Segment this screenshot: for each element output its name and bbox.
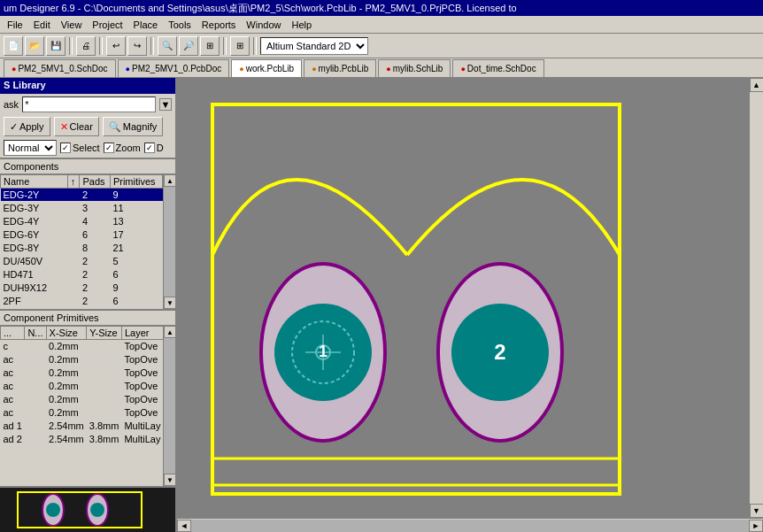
- comp-pads-cell: 2: [80, 255, 110, 268]
- menu-help[interactable]: Help: [286, 18, 317, 32]
- zoom-checkbox[interactable]: ✓: [104, 143, 114, 153]
- canvas-right-scrollbar[interactable]: ▲ ▼: [749, 78, 763, 518]
- prim-ysize-cell: [87, 366, 122, 380]
- comp-sort-cell: [67, 242, 80, 255]
- prim-col1[interactable]: ...: [1, 327, 25, 340]
- select-checkbox[interactable]: ✓: [60, 143, 71, 153]
- comp-row-3[interactable]: EDG-6Y 6 17: [1, 228, 163, 242]
- tab-schLib-mylib[interactable]: ● mylib.SchLib: [378, 59, 451, 77]
- comp-row-1[interactable]: EDG-3Y 3 11: [1, 202, 163, 215]
- comp-sort-cell: [67, 202, 80, 215]
- title-text: um Designer 6.9 - C:\Documents and Setti…: [4, 3, 517, 13]
- toolbar-view-dropdown[interactable]: Altium Standard 2D: [260, 37, 368, 55]
- prim-row-4[interactable]: ac 0.2mm TopOve: [1, 393, 164, 406]
- tab-schDoc1[interactable]: ● PM2_5MV1_0.SchDoc: [4, 59, 116, 77]
- toolbar-fit[interactable]: ⊞: [200, 36, 220, 56]
- comp-row-8[interactable]: 2PF 2 6: [1, 295, 163, 308]
- scroll-up-btn[interactable]: ▲: [164, 174, 175, 187]
- prim-row-7[interactable]: ad 2 2.54mm 3.8mm MultiLay: [1, 433, 164, 446]
- comp-row-5[interactable]: DU/450V 2 5: [1, 255, 163, 268]
- tab-pcbDoc1[interactable]: ● PM2_5MV1_0.PcbDoc: [118, 59, 230, 77]
- prim-row-5[interactable]: ac 0.2mm TopOve: [1, 406, 164, 420]
- prim-type-cell: c: [1, 340, 25, 353]
- prim-row-2[interactable]: ac 0.2mm TopOve: [1, 366, 164, 380]
- apply-icon: ✓: [10, 121, 18, 133]
- clear-button[interactable]: ✕ Clear: [54, 117, 99, 136]
- comp-table-container: Name ↑ Pads Primitives EDG-2Y 2 9 EDG-3Y…: [0, 174, 175, 309]
- prim-col2[interactable]: N...: [25, 327, 46, 340]
- menu-reports[interactable]: Reports: [197, 18, 242, 32]
- canvas-bottom-scrollbar[interactable]: ◄ ►: [177, 518, 763, 532]
- col-pads[interactable]: Pads: [80, 175, 110, 189]
- scroll-down-btn[interactable]: ▼: [164, 297, 175, 309]
- prim-scroll-down[interactable]: ▼: [164, 474, 175, 486]
- zoom-checkbox-label[interactable]: ✓ Zoom: [104, 143, 141, 153]
- prim-layer-cell: TopOve: [121, 353, 163, 366]
- prim-name-cell: [25, 420, 46, 433]
- canvas-area[interactable]: 1 2 ▲ ▼ ◄ ►: [177, 78, 763, 532]
- comp-row-0[interactable]: EDG-2Y 2 9: [1, 189, 163, 202]
- comp-name-cell: 2PF: [1, 295, 68, 308]
- comp-row-2[interactable]: EDG-4Y 4 13: [1, 215, 163, 228]
- prim-row-0[interactable]: c 0.2mm TopOve: [1, 340, 164, 353]
- tab-pcbLib-mylib[interactable]: ● mylib.PcbLib: [304, 59, 376, 77]
- toolbar-redo[interactable]: ↪: [127, 36, 147, 56]
- canvas-scroll-up[interactable]: ▲: [750, 78, 764, 92]
- prim-type-cell: ac: [1, 406, 25, 420]
- comp-pads-cell: 8: [80, 242, 110, 255]
- tab-schDoc-dot[interactable]: ● Dot_time.SchDoc: [452, 59, 543, 77]
- tab-pcbLib-work[interactable]: ● work.PcbLib: [231, 59, 302, 77]
- comp-row-4[interactable]: EDG-8Y 8 21: [1, 242, 163, 255]
- col-primitives[interactable]: Primitives: [110, 175, 162, 189]
- menu-tools[interactable]: Tools: [163, 18, 197, 32]
- mask-input[interactable]: [22, 96, 156, 112]
- canvas-scroll-left[interactable]: ◄: [177, 520, 191, 532]
- prim-scroll-up[interactable]: ▲: [164, 326, 175, 338]
- prim-col3[interactable]: X-Size: [46, 327, 87, 340]
- toolbar-sep5: [253, 37, 257, 55]
- canvas-scroll-right[interactable]: ►: [749, 520, 763, 532]
- apply-button[interactable]: ✓ Apply: [4, 117, 50, 136]
- col-sort[interactable]: ↑: [67, 175, 80, 189]
- toolbar-undo[interactable]: ↩: [106, 36, 126, 56]
- comp-pads-cell: 2: [80, 281, 110, 295]
- prim-col4[interactable]: Y-Size: [87, 327, 122, 340]
- menu-place[interactable]: Place: [128, 18, 164, 32]
- comp-sort-cell: [67, 228, 80, 242]
- toolbar-zoomin[interactable]: 🔍: [158, 36, 177, 56]
- select-checkbox-label[interactable]: ✓ Select: [60, 143, 100, 153]
- toolbar-save[interactable]: 💾: [46, 36, 66, 56]
- toolbar-grid[interactable]: ⊞: [230, 36, 250, 56]
- comp-row-6[interactable]: HD471 2 6: [1, 268, 163, 281]
- menu-window[interactable]: Window: [241, 18, 286, 32]
- prim-type-cell: ac: [1, 353, 25, 366]
- canvas-scroll-down[interactable]: ▼: [750, 504, 764, 518]
- menu-edit[interactable]: Edit: [28, 18, 56, 32]
- prim-row-6[interactable]: ad 1 2.54mm 3.8mm MultiLay: [1, 420, 164, 433]
- menu-project[interactable]: Project: [87, 18, 127, 32]
- col-name[interactable]: Name: [1, 175, 68, 189]
- toolbar-print[interactable]: 🖨: [76, 36, 96, 56]
- mask-dropdown-btn[interactable]: ▼: [159, 98, 172, 111]
- d-checkbox[interactable]: ✓: [144, 143, 155, 153]
- prim-row-1[interactable]: ac 0.2mm TopOve: [1, 353, 164, 366]
- magnify-button[interactable]: 🔍 Magnify: [103, 117, 164, 136]
- menu-file[interactable]: File: [2, 18, 28, 32]
- prim-xsize-cell: 0.2mm: [46, 366, 87, 380]
- view-mode-dropdown[interactable]: Normal: [4, 140, 57, 156]
- comp-name-cell: DU/450V: [1, 255, 68, 268]
- menu-bar: File Edit View Project Place Tools Repor…: [0, 16, 763, 34]
- prim-scrollbar[interactable]: ▲ ▼: [163, 326, 175, 486]
- prim-name-cell: [25, 393, 46, 406]
- toolbar-open[interactable]: 📂: [25, 36, 44, 56]
- prim-row-3[interactable]: ac 0.2mm TopOve: [1, 380, 164, 393]
- comp-scrollbar[interactable]: ▲ ▼: [163, 174, 175, 309]
- comp-row-7[interactable]: DUH9X12 2 9: [1, 281, 163, 295]
- toolbar-new[interactable]: 📄: [4, 36, 23, 56]
- toolbar-zoomout[interactable]: 🔎: [179, 36, 198, 56]
- components-title: Components: [4, 161, 58, 172]
- prim-col5[interactable]: Layer: [121, 327, 163, 340]
- d-checkbox-label[interactable]: ✓ D: [144, 143, 164, 153]
- menu-view[interactable]: View: [56, 18, 88, 32]
- comp-prim-cell: 6: [110, 268, 162, 281]
